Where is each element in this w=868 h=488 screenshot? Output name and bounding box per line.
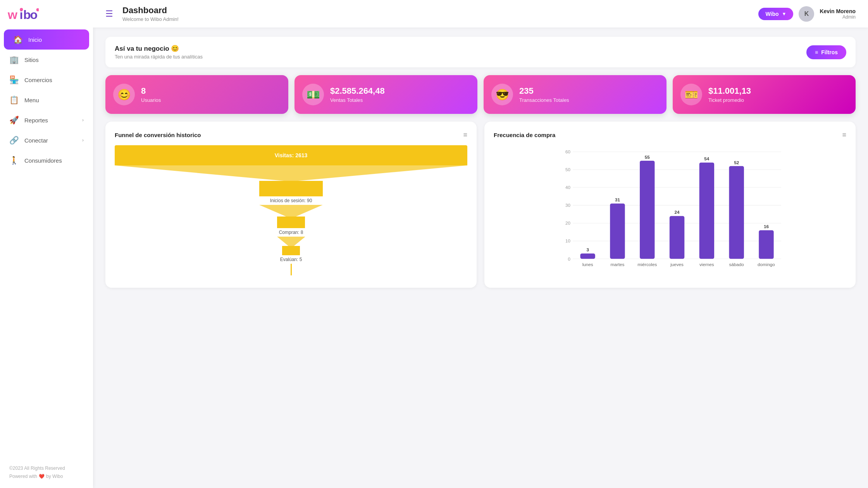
stat-body-ticket: $11.001,13 Ticket promedio (708, 86, 751, 103)
dropdown-arrow-icon: ▼ (782, 11, 787, 17)
section-title-block: Así va tu negocio 😊 Ten una mirada rápid… (115, 45, 203, 60)
stat-value-ticket: $11.001,13 (708, 86, 751, 96)
svg-text:martes: martes (611, 262, 625, 267)
sidebar-item-label-menu: Menu (24, 97, 39, 103)
header-right: Wibo ▼ K Kevin Moreno Admin (758, 6, 856, 22)
wibo-dropdown-label: Wibo (765, 11, 778, 17)
stat-icon-ventas: 💵 (302, 84, 324, 105)
powered-text: Powered with ❤️ by Wibo (9, 473, 84, 481)
funnel-step-compran: Compran: 8 (115, 217, 467, 246)
svg-point-2 (20, 8, 23, 11)
wibo-logo: w i b o (8, 7, 39, 22)
funnel-step-evaluan: Evalúan: 5 (115, 246, 467, 275)
stat-icon-ticket: 🎫 (680, 84, 702, 105)
stat-card-ticket: 🎫 $11.001,13 Ticket promedio (673, 75, 856, 114)
svg-text:60: 60 (565, 149, 570, 154)
stat-card-usuarios: 😊 8 Usuarios (105, 75, 288, 114)
funnel-step-sesion: Inicios de sesión: 90 (115, 181, 467, 217)
funnel-label-compran: Compran: 8 (279, 230, 303, 235)
funnel-connector-1 (115, 165, 467, 181)
user-avatar: K (799, 6, 814, 22)
funnel-chart-title: Funnel de conversión historico ≡ (115, 131, 467, 139)
funnel-label-visitas: Visitas: 2613 (275, 152, 308, 158)
sidebar-item-label-consumidores: Consumidores (24, 157, 62, 164)
sidebar-item-label-inicio: Inicio (28, 36, 42, 43)
stat-value-ventas: $2.585.264,48 (330, 86, 385, 96)
sidebar-item-comercios[interactable]: 🏪 Comercios (0, 70, 93, 90)
funnel-step-visitas: Visitas: 2613 (115, 145, 467, 181)
bar-chart-svg: 01020304050603lunes31martes55miércoles24… (494, 145, 846, 277)
sidebar-item-conectar[interactable]: 🔗 Conectar › (0, 130, 93, 150)
comercios-icon: 🏪 (9, 75, 19, 84)
funnel-menu-icon[interactable]: ≡ (463, 131, 467, 139)
powered-by: by Wibo (46, 473, 63, 481)
content-area: Así va tu negocio 😊 Ten una mirada rápid… (93, 27, 868, 488)
svg-marker-8 (277, 237, 305, 246)
sidebar-item-label-sitios: Sitios (24, 57, 39, 63)
svg-text:lunes: lunes (582, 262, 593, 267)
sidebar-item-reportes[interactable]: 🚀 Reportes › (0, 110, 93, 130)
header-title-block: Dashboard Welcome to Wibo Admin! (122, 5, 752, 22)
funnel-bar-evaluan (282, 246, 300, 255)
page-subtitle: Welcome to Wibo Admin! (122, 16, 752, 22)
svg-text:20: 20 (565, 220, 570, 225)
chevron-right-icon: › (82, 117, 84, 123)
consumidores-icon: 🚶 (9, 156, 19, 165)
sidebar-footer: ©2023 All Rights Reserved Powered with ❤… (0, 457, 93, 488)
funnel-bar-visitas: Visitas: 2613 (115, 145, 467, 165)
user-info: Kevin Moreno Admin (820, 8, 856, 20)
user-name: Kevin Moreno (820, 8, 856, 14)
funnel-connector-2 (259, 205, 323, 217)
sidebar-item-label-reportes: Reportes (24, 117, 48, 124)
stat-label-transacciones: Transacciones Totales (519, 97, 569, 103)
page-title: Dashboard (122, 5, 752, 15)
svg-text:16: 16 (764, 224, 769, 229)
svg-rect-32 (670, 216, 684, 259)
sidebar-item-inicio[interactable]: 🏠 Inicio (4, 29, 89, 50)
svg-text:30: 30 (565, 203, 570, 208)
hamburger-button[interactable]: ☰ (105, 9, 113, 19)
svg-rect-26 (610, 204, 625, 259)
funnel-bar-compran (277, 217, 305, 228)
wibo-dropdown-button[interactable]: Wibo ▼ (758, 8, 793, 20)
header: ☰ Dashboard Welcome to Wibo Admin! Wibo … (93, 0, 868, 27)
sidebar-item-label-conectar: Conectar (24, 137, 48, 144)
sidebar: w i b o 🏠 Inicio 🏢 Sitios 🏪 Comercios 📋 (0, 0, 93, 488)
stat-label-ventas: Ventas Totales (330, 97, 385, 103)
stat-card-ventas: 💵 $2.585.264,48 Ventas Totales (294, 75, 477, 114)
svg-marker-7 (259, 205, 323, 217)
powered-label: Powered with (9, 473, 37, 481)
svg-rect-29 (640, 161, 654, 259)
sidebar-item-label-comercios: Comercios (24, 77, 52, 83)
funnel-connector-3 (277, 237, 305, 246)
svg-text:miércoles: miércoles (637, 262, 657, 267)
bar-chart-container: 01020304050603lunes31martes55miércoles24… (494, 145, 846, 278)
svg-text:domingo: domingo (758, 262, 775, 267)
svg-text:sábado: sábado (729, 262, 744, 267)
bar-menu-icon[interactable]: ≡ (842, 131, 846, 139)
funnel-label-evaluan: Evalúan: 5 (280, 257, 302, 262)
svg-text:3: 3 (586, 247, 589, 252)
section-subtitle: Ten una mirada rápida de tus analíticas (115, 54, 203, 60)
svg-text:52: 52 (734, 160, 739, 165)
chevron-right-icon-conectar: › (82, 137, 84, 143)
funnel-tail (291, 264, 292, 275)
stat-value-transacciones: 235 (519, 86, 569, 96)
svg-text:b: b (23, 8, 31, 22)
svg-text:viernes: viernes (699, 262, 714, 267)
stat-label-ticket: Ticket promedio (708, 97, 751, 103)
filtros-icon: ≡ (815, 49, 818, 55)
svg-text:55: 55 (645, 155, 650, 160)
svg-rect-35 (699, 163, 714, 259)
sidebar-item-menu[interactable]: 📋 Menu (0, 90, 93, 110)
stat-card-transacciones: 😎 235 Transacciones Totales (484, 75, 666, 114)
charts-row: Funnel de conversión historico ≡ Visitas… (105, 122, 856, 288)
user-initial: K (804, 10, 809, 17)
svg-rect-23 (580, 253, 595, 259)
stat-icon-usuarios: 😊 (113, 84, 135, 105)
filtros-button[interactable]: ≡ Filtros (806, 45, 846, 59)
sidebar-item-consumidores[interactable]: 🚶 Consumidores (0, 150, 93, 170)
svg-text:10: 10 (565, 238, 570, 243)
sidebar-item-sitios[interactable]: 🏢 Sitios (0, 50, 93, 70)
conectar-icon: 🔗 (9, 136, 19, 145)
